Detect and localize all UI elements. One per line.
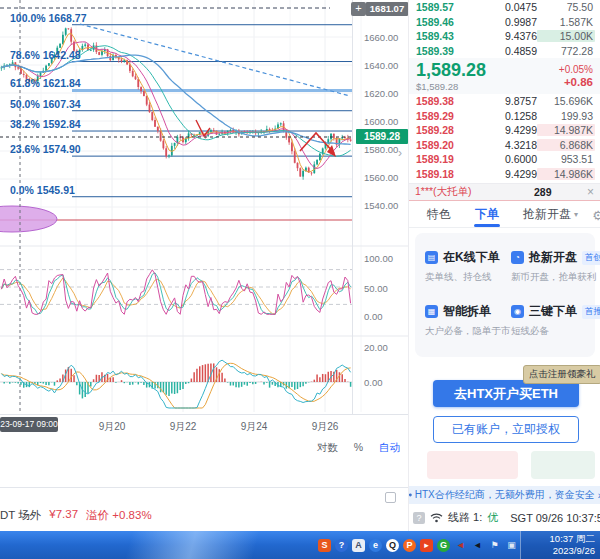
bid-row[interactable]: 1589.190.6000953.51 <box>409 152 600 167</box>
green-app-icon[interactable]: G <box>437 539 450 552</box>
price-cell: 1589.29 <box>416 110 468 122</box>
ask-row[interactable]: 1589.570.047575.50 <box>409 0 600 15</box>
fib-level-label[interactable]: 61.8% 1621.84 <box>10 77 81 89</box>
amount-cell: 9.8757 <box>468 95 537 107</box>
add-order-plus-button[interactable]: + <box>351 2 366 16</box>
help-icon[interactable]: ? <box>413 512 425 524</box>
network-icon[interactable]: ▣ <box>505 539 518 552</box>
otc-label: DT 场外 <box>0 508 41 523</box>
close-icon[interactable]: × <box>578 185 594 199</box>
bid-row[interactable]: 1589.189.429914.986K <box>409 167 600 182</box>
fullscreen-icon[interactable] <box>385 492 396 503</box>
total-cell: 14.986K <box>537 168 595 180</box>
new-listing-icon: ◔ <box>511 251 524 264</box>
price-cell: 1589.39 <box>416 45 468 57</box>
axis-tick-label: 20.00 <box>364 342 388 353</box>
axis-tick-label: 100.00 <box>364 253 393 264</box>
axis-tick-label: 0.00 <box>364 311 383 322</box>
bid-row[interactable]: 1589.204.32186.868K <box>409 138 600 153</box>
otc-premium: 溢价 +0.83% <box>86 508 152 523</box>
fib-level-label[interactable]: 78.6% 1642.48 <box>10 49 81 61</box>
price-cell: 1589.57 <box>416 1 468 13</box>
tab-特色[interactable]: 特色 <box>427 202 451 227</box>
flag-icon[interactable]: ⚑ <box>488 539 501 552</box>
browser-icon[interactable]: e <box>369 539 382 552</box>
buy-button-faded[interactable] <box>427 451 518 479</box>
fib-level-label[interactable]: 38.2% 1592.84 <box>10 118 81 130</box>
axis-tick-label: 0.00 <box>364 377 383 388</box>
big-order-row[interactable]: 1***(大托单) 289 × <box>409 183 600 201</box>
volume-red-icon[interactable]: ◄ <box>454 539 467 552</box>
bid-row[interactable]: 1589.289.429914.987K <box>409 123 600 138</box>
total-cell: 1.587K <box>537 16 595 28</box>
fib-level-label[interactable]: 50.0% 1607.34 <box>10 98 81 110</box>
feature-智能拆单[interactable]: ▦智能拆单大户必备，隐单于市 <box>425 303 511 338</box>
bid-row[interactable]: 1589.290.1258199.93 <box>409 109 600 124</box>
broker-banner[interactable]: HTX合作经纪商，无额外费用，资金安全 › <box>409 486 600 504</box>
order-book: 1589.570.047575.501589.460.99871.587K158… <box>409 0 600 181</box>
axis-tick-label: 1540.00 <box>364 200 398 211</box>
change-percent: +0.05% <box>559 64 593 75</box>
feature-抢新开盘[interactable]: ◔抢新开盘首创新币开盘，抢单获利 <box>511 249 600 284</box>
log-scale-toggle[interactable]: 对数 <box>317 441 338 455</box>
axis-tick-label: 1560.00 <box>364 172 398 183</box>
feature-grid: ▤在K线下单卖单线、持仓线◔抢新开盘首创新币开盘，抢单获利▦智能拆单大户必备，隐… <box>415 233 595 357</box>
sogou-icon[interactable]: S <box>318 539 331 552</box>
feature-subtitle: 新币开盘，抢单获利 <box>511 271 600 284</box>
feature-badge: 首推 <box>582 305 600 319</box>
last-price-usd: $1,589.28 <box>416 81 486 92</box>
tab-下单[interactable]: 下单 <box>475 202 499 227</box>
feature-在K线下单[interactable]: ▤在K线下单卖单线、持仓线 <box>425 249 500 284</box>
ask-row[interactable]: 1589.390.4859772.28 <box>409 44 600 59</box>
big-order-value: 289 <box>534 186 578 198</box>
price-cell: 1589.20 <box>416 139 468 151</box>
tab-抢新开盘[interactable]: 抢新开盘▾ <box>523 202 578 227</box>
help-tray-icon[interactable]: ? <box>335 539 348 552</box>
shield-icon <box>409 490 412 500</box>
taskbar-clock[interactable]: 10:37 周二 2023/9/26 <box>520 531 600 559</box>
fib-level-label[interactable]: 0.0% 1545.91 <box>10 184 75 196</box>
line-label[interactable]: 线路 1: <box>448 510 482 525</box>
amount-cell: 9.4299 <box>468 124 537 136</box>
open-account-button[interactable]: 去HTX开户买ETH <box>433 380 579 407</box>
amount-cell: 0.4859 <box>468 45 537 57</box>
axis-tick-label: 1600.00 <box>364 116 398 127</box>
volume-icon[interactable]: ◄ <box>471 539 484 552</box>
ime-icon[interactable]: A <box>352 539 365 552</box>
panel-tabs: 特色下单抢新开盘▾⚙ <box>409 202 600 228</box>
total-cell: 199.93 <box>537 110 595 122</box>
feature-subtitle: 短线必备 <box>511 325 600 338</box>
bid-row[interactable]: 1589.389.875715.696K <box>409 94 600 109</box>
amount-cell: 9.4299 <box>468 168 537 180</box>
ask-row[interactable]: 1589.460.99871.587K <box>409 15 600 30</box>
broker-text: HTX合作经纪商，无额外费用，资金安全 <box>415 488 595 502</box>
percent-scale-toggle[interactable]: % <box>354 441 363 455</box>
amount-cell: 9.4376 <box>468 30 537 42</box>
change-absolute: +0.86 <box>559 76 593 88</box>
chevron-down-icon: ▾ <box>574 210 578 219</box>
feature-三键下单[interactable]: ◉三键下单首推短线必备 <box>511 303 600 338</box>
qq-icon[interactable]: Q <box>386 539 399 552</box>
time-axis[interactable]: 23-09-17 09:00 9月209月229月249月26 <box>0 414 408 438</box>
date-label: 9月24 <box>241 420 268 434</box>
clock-time: 10:37 周二 <box>521 533 595 545</box>
fib-level-label[interactable]: 100.0% 1668.77 <box>10 12 86 24</box>
ask-row[interactable]: 1589.439.437615.00K <box>409 29 600 44</box>
total-cell: 75.50 <box>537 1 595 13</box>
last-price-block[interactable]: 1,589.28$1,589.28+0.05%+0.86 <box>409 58 600 94</box>
axis-tick-label: 50.00 <box>364 283 388 294</box>
gear-icon[interactable]: ⚙ <box>592 208 600 223</box>
pdd-icon[interactable]: P <box>403 539 416 552</box>
date-label: 9月20 <box>99 420 126 434</box>
sell-button-faded[interactable] <box>531 451 595 479</box>
media-icon[interactable]: ▸ <box>420 539 433 552</box>
authorize-button[interactable]: 已有账户，立即授权 <box>433 416 579 443</box>
total-cell: 6.868K <box>537 139 595 151</box>
fib-level-label[interactable]: 23.6% 1574.90 <box>10 143 81 155</box>
axis-scroll-chevron[interactable]: › <box>398 146 402 160</box>
auto-scale-toggle[interactable]: 自动 <box>379 441 400 455</box>
price-cell: 1589.28 <box>416 124 468 136</box>
windows-taskbar: S?AeQP▸G◄◄⚑▣ 10:37 周二 2023/9/26 <box>0 531 600 559</box>
system-tray: S?AeQP▸G◄◄⚑▣ <box>318 531 518 559</box>
otc-premium-info: DT 场外 ¥7.37 溢价 +0.83% <box>0 508 152 523</box>
